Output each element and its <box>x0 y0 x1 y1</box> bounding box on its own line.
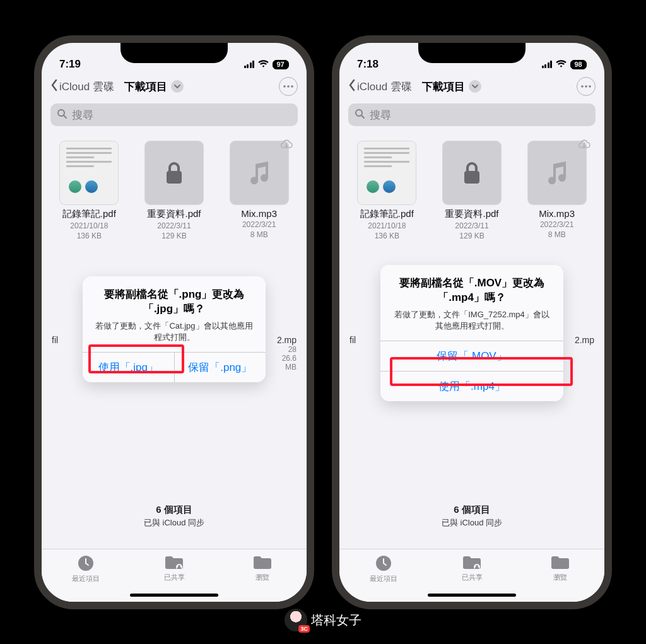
svg-point-9 <box>581 85 584 88</box>
svg-point-0 <box>283 85 286 88</box>
file-item-2[interactable]: Mix.mp3 2022/3/21 8 MB <box>220 141 298 240</box>
file-item-0[interactable]: 記錄筆記.pdf 2021/10/18 136 KB <box>50 141 128 240</box>
tab-bar: 最近項目 已共享 瀏覽 <box>42 549 307 602</box>
tab-browse[interactable]: 瀏覽 <box>532 554 589 582</box>
file-name: Mix.mp3 <box>518 208 596 219</box>
tab-shared[interactable]: 已共享 <box>146 554 203 582</box>
tab-recents[interactable]: 最近項目 <box>355 554 412 583</box>
search-icon <box>57 108 67 122</box>
alert-buttons: 保留「.MOV」使用「.mp4」 <box>380 341 563 401</box>
status-time: 7:18 <box>357 58 379 71</box>
svg-rect-5 <box>167 171 182 184</box>
alert-message: 若做了更動，文件「IMG_7252.mp4」會以其他應用程式打開。 <box>392 309 552 332</box>
file-thumbnail-audio <box>230 141 288 204</box>
watermark-badge: 3C <box>298 625 310 633</box>
chevron-left-icon <box>50 79 58 95</box>
svg-point-2 <box>291 85 293 88</box>
notch <box>418 43 526 63</box>
alert-title: 要將副檔名從「.png」更改為「.jpg」嗎？ <box>94 288 254 317</box>
chevron-left-icon <box>348 79 356 95</box>
file-date: 2022/3/11 <box>135 221 213 230</box>
folder-summary: 6 個項目 已與 iCloud 同步 <box>339 504 604 529</box>
alert-button-0[interactable]: 保留「.MOV」 <box>380 341 563 371</box>
alert-message: 若做了更動，文件「Cat.jpg」會以其他應用程式打開。 <box>94 320 254 343</box>
folder-summary: 6 個項目 已與 iCloud 同步 <box>42 504 307 529</box>
alert-button-1[interactable]: 保留「.png」 <box>174 353 266 382</box>
nav-bar: iCloud 雲碟 下載項目 <box>42 73 307 101</box>
battery-indicator: 98 <box>570 60 587 69</box>
watermark-avatar: 3C <box>285 609 307 631</box>
title-dropdown[interactable] <box>171 80 184 93</box>
file-name: Mix.mp3 <box>220 208 298 219</box>
file-date: 2022/3/21 <box>220 220 298 229</box>
alert-buttons: 使用「.jpg」保留「.png」 <box>83 352 266 382</box>
home-indicator <box>428 594 516 597</box>
cloud-download-icon <box>577 139 591 152</box>
file-name: 重要資料.pdf <box>135 208 213 220</box>
sync-status: 已與 iCloud 同步 <box>339 517 604 529</box>
file-name: 記錄筆記.pdf <box>348 208 426 220</box>
page-title: 下載項目 <box>422 79 465 94</box>
svg-rect-14 <box>464 171 479 184</box>
tab-browse[interactable]: 瀏覽 <box>234 554 291 582</box>
svg-point-10 <box>585 85 587 88</box>
file-thumbnail-document <box>60 141 118 204</box>
more-button[interactable] <box>279 77 298 96</box>
watermark-text: 塔科女子 <box>311 612 361 629</box>
file-item-1[interactable]: 重要資料.pdf 2022/3/11 129 KB <box>135 141 213 240</box>
rename-extension-alert: 要將副檔名從「.MOV」更改為「.mp4」嗎？ 若做了更動，文件「IMG_725… <box>380 265 563 401</box>
rename-extension-alert: 要將副檔名從「.png」更改為「.jpg」嗎？ 若做了更動，文件「Cat.jpg… <box>83 276 266 382</box>
file-date: 2022/3/11 <box>433 221 511 230</box>
alert-title: 要將副檔名從「.MOV」更改為「.mp4」嗎？ <box>392 276 552 305</box>
svg-line-13 <box>361 115 364 118</box>
wifi-icon <box>258 58 269 71</box>
alert-button-0[interactable]: 使用「.jpg」 <box>83 353 174 382</box>
more-button[interactable] <box>577 77 596 96</box>
nav-bar: iCloud 雲碟 下載項目 <box>339 73 604 101</box>
item-count: 6 個項目 <box>42 504 307 516</box>
file-size: 136 KB <box>348 231 426 240</box>
back-button[interactable]: iCloud 雲碟 <box>348 79 412 95</box>
file-thumbnail-audio <box>528 141 586 204</box>
file-date: 2021/10/18 <box>50 221 128 230</box>
back-label: iCloud 雲碟 <box>357 79 412 94</box>
file-size: 8 MB <box>220 230 298 239</box>
signal-icon <box>542 61 553 68</box>
file-size: 8 MB <box>518 230 596 239</box>
watermark: 3C 塔科女子 <box>285 609 361 631</box>
phone-1: 7:18 98 iCloud 雲碟 下載項目 <box>332 35 612 609</box>
file-thumbnail-locked <box>145 141 203 204</box>
tab-bar: 最近項目 已共享 瀏覽 <box>339 549 604 602</box>
file-size: 129 KB <box>433 231 511 240</box>
page-title: 下載項目 <box>124 79 167 94</box>
search-icon <box>355 108 365 122</box>
notch <box>120 43 228 63</box>
file-thumbnail-document <box>358 141 416 204</box>
file-item-2[interactable]: Mix.mp3 2022/3/21 8 MB <box>518 141 596 240</box>
file-size: 136 KB <box>50 231 128 240</box>
file-size: 129 KB <box>135 231 213 240</box>
search-input[interactable]: 搜尋 <box>50 103 298 126</box>
phone-0: 7:19 97 iCloud 雲碟 下載項目 <box>34 35 314 609</box>
back-label: iCloud 雲碟 <box>59 79 114 94</box>
file-item-1[interactable]: 重要資料.pdf 2022/3/11 129 KB <box>433 141 511 240</box>
wifi-icon <box>556 58 567 71</box>
file-date: 2022/3/21 <box>518 220 596 229</box>
signal-icon <box>244 61 255 68</box>
home-indicator <box>130 594 218 597</box>
file-thumbnail-locked <box>443 141 501 204</box>
search-placeholder: 搜尋 <box>72 108 93 122</box>
tab-recents[interactable]: 最近項目 <box>57 554 114 583</box>
battery-indicator: 97 <box>273 60 289 69</box>
sync-status: 已與 iCloud 同步 <box>42 517 307 529</box>
file-item-0[interactable]: 記錄筆記.pdf 2021/10/18 136 KB <box>348 141 426 240</box>
search-placeholder: 搜尋 <box>370 108 391 122</box>
svg-line-4 <box>64 115 66 118</box>
back-button[interactable]: iCloud 雲碟 <box>50 79 114 95</box>
title-dropdown[interactable] <box>469 80 481 93</box>
alert-button-1[interactable]: 使用「.mp4」 <box>380 371 563 401</box>
cloud-download-icon <box>279 139 293 152</box>
file-name: 重要資料.pdf <box>433 208 511 220</box>
search-input[interactable]: 搜尋 <box>348 103 596 126</box>
tab-shared[interactable]: 已共享 <box>443 554 500 582</box>
